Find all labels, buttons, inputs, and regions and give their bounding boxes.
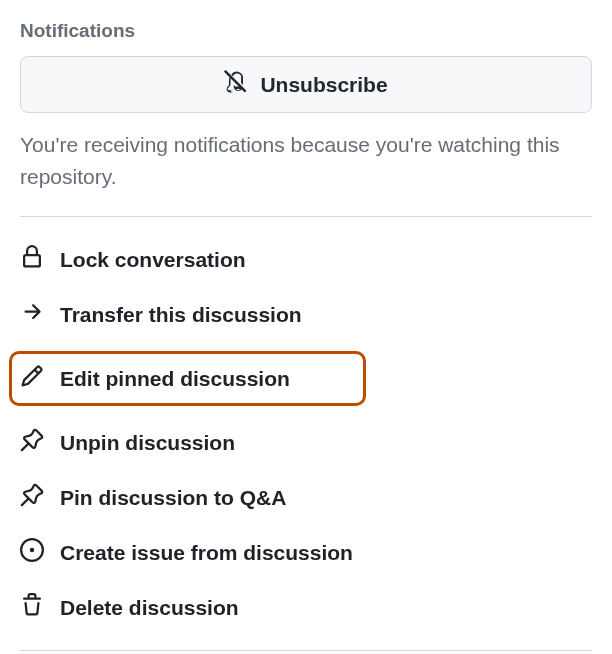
action-label: Delete discussion <box>60 596 239 620</box>
edit-pinned-discussion-action[interactable]: Edit pinned discussion <box>9 351 366 406</box>
action-label: Edit pinned discussion <box>60 367 290 391</box>
create-issue-action[interactable]: Create issue from discussion <box>20 534 592 571</box>
pin-discussion-category-action[interactable]: Pin discussion to Q&A <box>20 479 592 516</box>
delete-discussion-action[interactable]: Delete discussion <box>20 589 592 626</box>
action-label: Lock conversation <box>60 248 246 272</box>
unsubscribe-button[interactable]: Unsubscribe <box>20 56 592 113</box>
lock-icon <box>20 245 44 274</box>
pencil-icon <box>20 364 44 393</box>
transfer-discussion-action[interactable]: Transfer this discussion <box>20 296 592 333</box>
notifications-description: You're receiving notifications because y… <box>20 129 592 192</box>
action-label: Pin discussion to Q&A <box>60 486 286 510</box>
divider <box>20 216 592 217</box>
pin-icon <box>20 428 44 457</box>
issue-icon <box>20 538 44 567</box>
divider <box>20 650 592 651</box>
bell-slash-icon <box>224 69 250 100</box>
action-label: Create issue from discussion <box>60 541 353 565</box>
arrow-right-icon <box>20 300 44 329</box>
action-label: Unpin discussion <box>60 431 235 455</box>
trash-icon <box>20 593 44 622</box>
notifications-heading: Notifications <box>20 20 592 42</box>
pin-icon <box>20 483 44 512</box>
action-label: Transfer this discussion <box>60 303 302 327</box>
lock-conversation-action[interactable]: Lock conversation <box>20 241 592 278</box>
unsubscribe-label: Unsubscribe <box>260 73 387 97</box>
unpin-discussion-action[interactable]: Unpin discussion <box>20 424 592 461</box>
action-list: Lock conversation Transfer this discussi… <box>20 241 592 626</box>
